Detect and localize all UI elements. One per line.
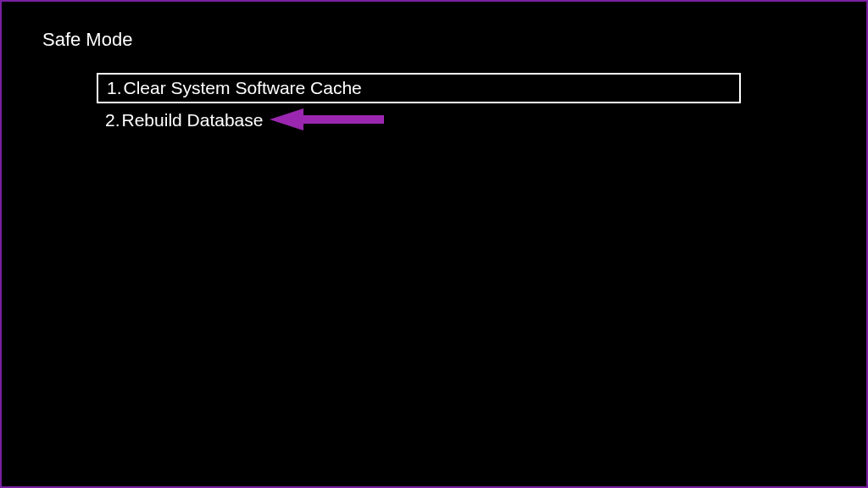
menu-item-number: 2.	[105, 110, 120, 130]
page-title: Safe Mode	[42, 29, 132, 51]
menu-item-number: 1.	[107, 78, 122, 98]
safe-mode-menu: 1. Clear System Software Cache 2. Rebuil…	[97, 73, 741, 137]
menu-item-label: Rebuild Database	[122, 110, 264, 130]
menu-item-rebuild-database[interactable]: 2. Rebuild Database	[97, 105, 741, 136]
menu-item-clear-cache[interactable]: 1. Clear System Software Cache	[97, 73, 741, 103]
menu-item-label: Clear System Software Cache	[124, 78, 362, 98]
